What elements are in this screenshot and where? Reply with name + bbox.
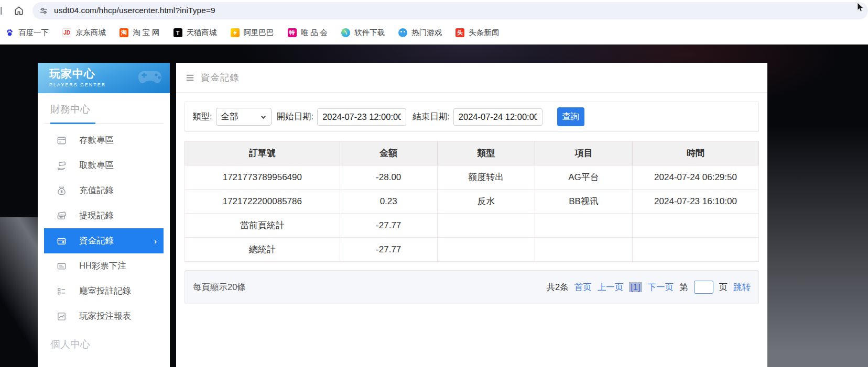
bookmark-label: 京东商城 — [75, 28, 106, 38]
list-squares-icon — [57, 286, 67, 296]
bookmark-software[interactable]: 软件下载 — [341, 28, 385, 38]
jump-page-input[interactable] — [694, 281, 713, 294]
bookmark-label: 头条新闻 — [469, 28, 499, 38]
toutiao-icon: 头 — [455, 28, 464, 37]
table-row: 1721773789956490 -28.00 额度转出 AG平台 2024-0… — [185, 165, 759, 190]
end-date-label: 結束日期: — [413, 111, 450, 123]
bookmark-vip[interactable]: 特 唯 品 会 — [288, 28, 328, 38]
home-button[interactable] — [14, 5, 24, 16]
table-header-row: 訂單號 金額 類型 項目 時間 — [185, 141, 759, 165]
bookmark-tmall[interactable]: T 天猫商城 — [173, 28, 217, 38]
bookmarks-bar: 百度一下 JD 京东商城 淘 淘 宝 网 T 天猫商城 阿里巴巴 特 唯 品 会… — [0, 21, 868, 45]
bookmark-label: 软件下载 — [354, 28, 385, 38]
filter-bar: 類型: 全部 開始日期: 結束日期: 查詢 — [185, 102, 759, 132]
chevron-down-icon — [261, 114, 266, 120]
bookmark-jd[interactable]: JD 京东商城 — [62, 28, 106, 38]
cell-project: AG平台 — [535, 165, 632, 190]
home-icon — [14, 5, 24, 16]
bookmark-toutiao[interactable]: 头 头条新闻 — [455, 28, 499, 38]
total-count-text: 共2条 — [546, 282, 568, 293]
page-title: 資金記錄 — [201, 71, 240, 84]
cell-amount: -28.00 — [340, 165, 437, 190]
alibaba-icon — [231, 28, 240, 37]
sidebar-item-withdraw-zone[interactable]: 取款專區 — [44, 153, 164, 178]
finance-section-label: 財務中心 — [44, 103, 164, 124]
cell-label: 當前頁統計 — [185, 214, 340, 238]
bookmark-label: 唯 品 会 — [301, 28, 328, 38]
cell-amount: 0.23 — [340, 190, 437, 214]
gamepad-icon — [136, 67, 164, 88]
taobao-icon: 淘 — [120, 28, 128, 37]
table-row-grand-total: 總統計 -27.77 — [185, 238, 759, 262]
software-download-icon — [341, 28, 350, 37]
finance-section: 財務中心 — [38, 93, 170, 124]
search-button[interactable]: 查詢 — [557, 107, 584, 126]
col-order-no: 訂單號 — [185, 141, 340, 165]
sidebar-item-withdrawal-records[interactable]: 提現記錄 — [44, 203, 164, 228]
type-label: 類型: — [192, 111, 212, 123]
next-page-link[interactable]: 下一页 — [648, 282, 674, 293]
current-page-indicator: [1] — [629, 282, 642, 292]
ticket-list-icon — [57, 261, 67, 271]
sidebar-item-hh-lottery-bets[interactable]: HH彩票下注 — [44, 253, 164, 279]
jump-go-link[interactable]: 跳转 — [733, 282, 751, 293]
cell-amount: -27.77 — [340, 238, 437, 262]
bookmark-label: 百度一下 — [18, 28, 49, 38]
tmall-icon: T — [173, 28, 182, 37]
jump-prefix-text: 第 — [679, 282, 688, 293]
cell-time: 2024-07-24 06:29:50 — [633, 165, 759, 190]
col-time: 時間 — [633, 141, 759, 165]
sidebar-item-label: 廳室投註記錄 — [79, 285, 131, 297]
banknotes-icon — [57, 211, 67, 221]
baidu-paw-icon — [5, 28, 14, 37]
per-page-text: 每頁顯示20條 — [193, 282, 246, 293]
sidebar-item-recharge-records[interactable]: 充值記錄 — [44, 178, 164, 203]
funds-table: 訂單號 金額 類型 項目 時間 1721773789956490 -28.00 … — [185, 141, 759, 262]
sidebar-item-funds-records[interactable]: 資金記錄 › — [44, 228, 164, 253]
sidebar-item-label: 存款專區 — [79, 135, 114, 146]
bookmark-games[interactable]: 热门游戏 — [398, 28, 442, 38]
site-controls-icon — [39, 6, 48, 15]
jump-suffix-text: 页 — [719, 282, 728, 293]
sidebar-item-deposit[interactable]: 存款專區 — [44, 128, 164, 153]
table-row: 1721722200085786 0.23 反水 BB视讯 2024-07-23… — [185, 190, 759, 214]
sidebar-item-label: 提現記錄 — [79, 210, 114, 221]
mouse-cursor — [857, 3, 865, 12]
bookmark-taobao[interactable]: 淘 淘 宝 网 — [120, 28, 160, 38]
main-panel: 資金記錄 類型: 全部 開始日期: 結束日期: 查詢 訂單號 金額 類型 項目 — [176, 63, 767, 367]
main-header: 資金記錄 — [176, 63, 767, 93]
cell-amount: -27.77 — [340, 214, 437, 238]
hot-games-icon — [398, 28, 407, 37]
pagination-controls: 共2条 首页 上一页 [1] 下一页 第 页 跳转 — [546, 281, 751, 294]
type-select[interactable]: 全部 — [216, 108, 272, 126]
url-bar[interactable]: usdt04.com/hhcp/usercenter.html?iniType=… — [32, 2, 868, 19]
sidebar-item-label: 取款專區 — [79, 160, 114, 171]
sidebar-item-hall-bet-records[interactable]: 廳室投註記錄 — [44, 279, 164, 304]
prev-page-link[interactable]: 上一页 — [598, 282, 624, 293]
end-date-input[interactable] — [453, 108, 542, 126]
sidebar-item-player-bet-report[interactable]: 玩家投注報表 — [44, 304, 164, 329]
wallet-icon — [57, 236, 67, 246]
bookmark-label: 淘 宝 网 — [133, 28, 160, 38]
bookmark-label: 天猫商城 — [187, 28, 217, 38]
cell-label: 總統計 — [185, 238, 340, 262]
sidebar-item-label: 玩家投注報表 — [79, 310, 131, 322]
hamburger-menu-icon[interactable] — [185, 73, 195, 83]
jd-icon: JD — [62, 28, 71, 37]
first-page-link[interactable]: 首页 — [574, 282, 592, 293]
withdraw-hand-icon — [57, 161, 67, 171]
start-date-input[interactable] — [317, 108, 406, 126]
bookmark-alibaba[interactable]: 阿里巴巴 — [231, 28, 274, 38]
start-date-label: 開始日期: — [277, 111, 314, 123]
sidebar-item-label: 充值記錄 — [79, 185, 114, 196]
col-type: 類型 — [437, 141, 535, 165]
col-project: 項目 — [535, 141, 632, 165]
cell-type: 额度转出 — [437, 165, 535, 190]
chevron-right-icon: › — [154, 237, 157, 246]
bookmark-baidu[interactable]: 百度一下 — [5, 28, 49, 38]
browser-toolbar: usdt04.com/hhcp/usercenter.html?iniType=… — [0, 0, 868, 21]
bookmark-label: 阿里巴巴 — [244, 28, 274, 38]
col-amount: 金額 — [340, 141, 437, 165]
players-center-header: 玩家中心 PLAYERS CENTER — [38, 63, 170, 93]
cell-order-no: 1721722200085786 — [185, 190, 340, 214]
